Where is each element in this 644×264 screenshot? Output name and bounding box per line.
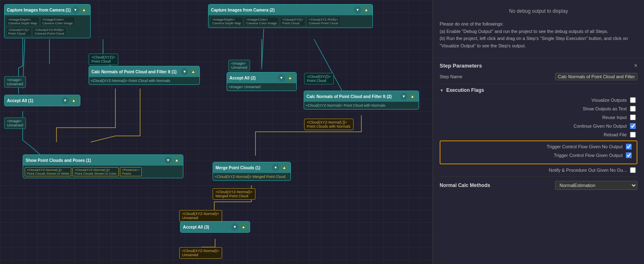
cloud-xyz-label-2: <Cloud(XYZ)>Point Cloud bbox=[304, 73, 334, 84]
calc-normals-1-person-btn[interactable]: ▲ bbox=[190, 68, 197, 75]
execution-flags-header[interactable]: ▼ Execution Flags bbox=[440, 87, 637, 93]
step-params-header: Step Parameters × bbox=[440, 62, 637, 69]
execution-flags-title: Execution Flags bbox=[446, 87, 484, 93]
calc-normals-1-down-btn[interactable]: ▼ bbox=[181, 68, 188, 75]
show-points-1: Show Point Clouds and Poses (1) ▼ ▲ <Clo… bbox=[23, 154, 183, 178]
merge-clouds-1: Merge Point Clouds (1) ▼ ▲ <Cloud(XYZ-No… bbox=[213, 162, 291, 181]
cloud-normal-label-2: <Cloud(XYZ-Normal) []>Point Clouds with … bbox=[304, 119, 354, 130]
step-name-label: Step Name bbox=[440, 74, 462, 79]
calc-normals-1-header: Calc Normals of Point Cloud and Filter I… bbox=[89, 66, 199, 77]
merge-clouds-1-down-btn[interactable]: ▼ bbox=[272, 164, 279, 171]
reuse-input-checkbox[interactable] bbox=[630, 114, 636, 120]
merge-clouds-1-person-btn[interactable]: ▲ bbox=[281, 164, 288, 171]
merge-clouds-1-header: Merge Point Clouds (1) ▼ ▲ bbox=[213, 162, 290, 173]
calc-normals-2-header: Calc Normals of Point Cloud and Filter I… bbox=[304, 91, 419, 102]
camera2-port-depth: <Image/Depth>Camera Depth Map bbox=[210, 17, 243, 26]
visualize-outputs-checkbox[interactable] bbox=[630, 97, 636, 103]
step-params-close-btn[interactable]: × bbox=[634, 62, 637, 69]
camera-node-2-down-btn[interactable]: ▼ bbox=[354, 6, 361, 14]
show-points-1-body: <Cloud(XYZ-Normal) []>Point Clouds Shown… bbox=[23, 166, 183, 178]
accept-all-2-person-btn[interactable]: ▲ bbox=[286, 74, 294, 82]
merge-clouds-1-title: Merge Point Clouds (1) bbox=[215, 166, 260, 170]
camera-node-1-title: Capture Images from Camera (1) bbox=[7, 8, 71, 12]
image-unnamed-1: <Image>Unnamed bbox=[4, 76, 26, 88]
calc-normals-2: Calc Normals of Point Cloud and Filter I… bbox=[304, 91, 419, 110]
camera2-port-rgb: <Cloud(XYZ-RGB)>Colored Point Cloud bbox=[307, 17, 340, 26]
calc-normals-2-title: Calc Normals of Point Cloud and Filter I… bbox=[307, 94, 392, 99]
calc-normals-1: Calc Normals of Point Cloud and Filter I… bbox=[89, 66, 200, 85]
image-unnamed-2: <Image>Unnamed bbox=[228, 60, 250, 71]
visualize-outputs-label: Visualize Outputs bbox=[592, 98, 627, 103]
notify-procedure-checkbox[interactable] bbox=[630, 167, 636, 173]
normal-calc-row: Normal Calc Methods NormalEstimation Int… bbox=[440, 181, 637, 190]
step-params-section: Step Parameters × Step Name ▼ Execution … bbox=[433, 58, 644, 194]
accept-all-2-down-btn[interactable]: ▼ bbox=[278, 74, 285, 82]
visualize-outputs-row: Visualize Outputs bbox=[440, 97, 637, 103]
camera1-port-depth: <Image/Depth>Camera Depth Map bbox=[6, 17, 39, 26]
debug-no-output: No debug output to display bbox=[440, 5, 637, 17]
canvas-area: Capture Images from Camera (1) ▼ ▲ <Imag… bbox=[0, 0, 433, 264]
image-unnamed-below-accept1: <Image>Unnamed bbox=[4, 117, 26, 129]
trigger-no-output-checkbox[interactable] bbox=[626, 144, 632, 150]
camera-node-2-header: Capture Images from Camera (2) ▼ ▲ bbox=[208, 5, 372, 15]
reload-file-checkbox[interactable] bbox=[630, 132, 636, 138]
camera-node-2-person-btn[interactable]: ▲ bbox=[363, 6, 370, 14]
execution-flags-chevron: ▼ bbox=[440, 88, 444, 93]
show-points-color-port: <Cloud(XYZ-Normal) []>Point Clouds Shown… bbox=[73, 167, 119, 176]
show-points-1-person-btn[interactable]: ▲ bbox=[173, 157, 180, 164]
cloud-normal-unnamed-label: <Cloud(XYZ-Normal)>Unnamed bbox=[179, 210, 222, 222]
continue-no-output-checkbox[interactable] bbox=[630, 123, 636, 129]
calc-normals-1-output: <Cloud(XYZ-Normal)> Point Cloud with Nor… bbox=[89, 77, 199, 84]
notify-procedure-row: Notify & Procedure Out Given No Ou... bbox=[440, 167, 637, 173]
accept-all-2-output: <Image> Unnamed bbox=[227, 83, 296, 91]
accept-all-1-down-btn[interactable]: ▼ bbox=[61, 97, 69, 104]
show-outputs-text-checkbox[interactable] bbox=[630, 106, 636, 112]
show-points-1-down-btn[interactable]: ▼ bbox=[164, 157, 172, 164]
accept-all-3-person-btn[interactable]: ▲ bbox=[240, 223, 247, 231]
notify-procedure-label: Notify & Procedure Out Given No Ou... bbox=[549, 168, 627, 173]
camera-node-2: Capture Images from Camera (2) ▼ ▲ <Imag… bbox=[208, 4, 373, 28]
debug-help: Please do one of the followings: (a) Ena… bbox=[440, 17, 637, 53]
divider-2 bbox=[440, 176, 637, 177]
cloud-xyz-label-1: <Cloud(XYZ)>Point Cloud bbox=[89, 54, 118, 65]
trigger-no-output-label: Trigger Control Flow Given No Output bbox=[547, 144, 623, 149]
accept-all-1-person-btn[interactable]: ▲ bbox=[70, 97, 77, 104]
camera2-port-color: <Image/Color>Camera Color Image bbox=[244, 17, 279, 26]
cloud-normal-merged-label: <Cloud(XYZ-Normal)>Merged Point Cloud bbox=[213, 188, 255, 200]
normal-calc-select[interactable]: NormalEstimation IntegralImage bbox=[555, 181, 637, 190]
trigger-output-label: Trigger Control Flow Given Output bbox=[554, 153, 623, 158]
step-name-row: Step Name bbox=[440, 73, 637, 80]
show-points-white-port: <Cloud(XYZ-Normal) []>Point Clouds Shown… bbox=[25, 167, 71, 176]
camera-node-1-header: Capture Images from Camera (1) ▼ ▲ bbox=[5, 5, 90, 15]
show-points-1-header: Show Point Clouds and Poses (1) ▼ ▲ bbox=[23, 155, 183, 166]
trigger-output-checkbox[interactable] bbox=[626, 152, 632, 158]
trigger-box: Trigger Control Flow Given No Output Tri… bbox=[440, 140, 637, 164]
svg-line-5 bbox=[262, 29, 264, 69]
cloud-normal-unnamed-bottom: <Cloud(XYZ-Normal)>Unnamed bbox=[179, 247, 222, 259]
debug-section: No debug output to display Please do one… bbox=[433, 0, 644, 58]
camera1-port-color: <Image/Color>Camera Color Image bbox=[40, 17, 75, 26]
calc-normals-2-person-btn[interactable]: ▲ bbox=[409, 93, 416, 100]
continue-no-output-row: Continue Given No Output bbox=[440, 123, 637, 129]
calc-normals-2-output: <Cloud(XYZ-Normal)> Point Cloud with Nor… bbox=[304, 102, 419, 109]
camera-node-2-title: Capture Images from Camera (2) bbox=[211, 8, 275, 12]
normal-calc-label: Normal Calc Methods bbox=[440, 182, 490, 188]
reload-file-label: Reload File bbox=[604, 132, 627, 137]
camera-node-1-person-btn[interactable]: ▲ bbox=[80, 6, 88, 14]
step-params-title: Step Parameters bbox=[440, 63, 482, 69]
camera-node-1-down-btn[interactable]: ▼ bbox=[72, 6, 79, 14]
camera1-port-rgb: <Cloud(XYZ-RGB)>Colored Point Cloud bbox=[33, 27, 66, 36]
accept-all-3: Accept All (3) ▼ ▲ bbox=[180, 221, 250, 233]
accept-all-3-down-btn[interactable]: ▼ bbox=[231, 223, 239, 231]
calc-normals-2-down-btn[interactable]: ▼ bbox=[400, 93, 407, 100]
show-points-poses-port: <PoseList->Poses bbox=[120, 167, 142, 176]
step-name-input[interactable] bbox=[555, 73, 637, 80]
right-panel: No debug output to display Please do one… bbox=[433, 0, 644, 264]
accept-all-3-header: Accept All (3) ▼ ▲ bbox=[180, 222, 250, 232]
show-points-1-title: Show Point Clouds and Poses (1) bbox=[26, 158, 91, 163]
accept-all-3-title: Accept All (3) bbox=[183, 225, 209, 229]
divider-1 bbox=[440, 84, 637, 84]
reuse-input-row: Reuse Input bbox=[440, 114, 637, 120]
accept-all-1: Accept All (1) ▼ ▲ bbox=[4, 95, 80, 106]
show-outputs-text-label: Show Outputs as Text bbox=[583, 106, 627, 111]
